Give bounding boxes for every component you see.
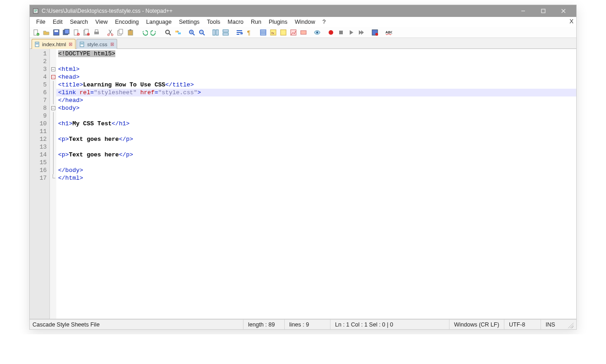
line-number[interactable]: 7 — [30, 96, 49, 104]
indent-guide-button[interactable] — [259, 28, 268, 37]
fold-marker[interactable]: − — [50, 104, 56, 112]
titlebar[interactable]: C:\Users\Julia\Desktop\css-test\style.cs… — [30, 5, 576, 17]
paste-button[interactable] — [126, 28, 135, 37]
word-wrap-button[interactable] — [235, 28, 244, 37]
print-button[interactable] — [92, 28, 101, 37]
new-file-button[interactable]: + — [32, 28, 41, 37]
mdi-close-button[interactable]: X — [569, 18, 574, 25]
menu-search[interactable]: Search — [66, 18, 92, 26]
menu-view[interactable]: View — [92, 18, 111, 26]
line-number[interactable]: 9 — [30, 112, 49, 120]
line-number[interactable]: 12 — [30, 135, 49, 143]
line-number[interactable]: 11 — [30, 128, 49, 135]
line-number[interactable]: 6 — [30, 89, 49, 96]
menu-file[interactable]: File — [32, 18, 49, 26]
menu-macro[interactable]: Macro — [224, 18, 247, 26]
line-number[interactable]: 16 — [30, 166, 49, 174]
code-line[interactable]: </body> — [56, 166, 576, 174]
func-list-button[interactable] — [299, 28, 308, 37]
svg-point-64 — [375, 33, 378, 36]
close-icon[interactable]: ⊠ — [69, 42, 72, 47]
find-button[interactable] — [163, 28, 173, 37]
code-line[interactable] — [56, 112, 576, 120]
fold-marker[interactable]: − — [50, 73, 56, 81]
close-button[interactable] — [553, 5, 574, 17]
token: Learning How To Use CSS — [83, 81, 165, 88]
line-number[interactable]: 8 — [30, 104, 49, 112]
line-number[interactable]: 15 — [30, 159, 49, 166]
code-line[interactable] — [56, 58, 576, 65]
stop-button[interactable] — [336, 28, 346, 37]
svg-rect-1 — [34, 10, 37, 10]
line-number[interactable]: 1 — [30, 50, 49, 58]
menu-window[interactable]: Window — [291, 18, 319, 26]
close-all-button[interactable] — [82, 28, 91, 37]
play-button[interactable] — [346, 28, 356, 37]
menu-edit[interactable]: Edit — [49, 18, 66, 26]
code-line[interactable]: <title>Learning How To Use CSS</title> — [56, 81, 576, 89]
open-file-button[interactable] — [42, 28, 51, 37]
code-line[interactable]: </head> — [56, 96, 576, 104]
record-button[interactable] — [326, 28, 335, 37]
user-lang-button[interactable]: fx — [269, 28, 278, 37]
undo-button[interactable] — [140, 28, 149, 37]
zoom-in-button[interactable] — [187, 28, 196, 37]
code-line[interactable] — [56, 143, 576, 151]
code-line[interactable]: <p>Text goes here</p> — [56, 151, 576, 159]
menu-tools[interactable]: Tools — [203, 18, 224, 26]
fold-marker[interactable]: − — [50, 65, 56, 73]
sync-v-button[interactable] — [211, 28, 220, 37]
doc-map-button[interactable] — [289, 28, 298, 37]
folder-button[interactable] — [279, 28, 288, 37]
play-multi-button[interactable] — [357, 28, 366, 37]
line-number[interactable]: 4 — [30, 73, 49, 81]
maximize-button[interactable] — [533, 5, 553, 17]
save-all-button[interactable] — [62, 28, 71, 37]
line-number[interactable]: 5 — [30, 81, 49, 89]
line-number[interactable]: 3 — [30, 65, 49, 73]
line-number[interactable]: 17 — [30, 174, 49, 182]
close-file-button[interactable]: x — [72, 28, 81, 37]
close-icon[interactable]: ⊠ — [110, 42, 114, 47]
svg-point-61 — [329, 30, 333, 35]
code-content[interactable]: <!DOCTYPE html5><html><head><title>Learn… — [56, 49, 576, 319]
spellcheck-button[interactable]: ABC — [384, 28, 393, 37]
tab-style-css[interactable]: style.css⊠ — [76, 39, 117, 49]
menu-plugins[interactable]: Plugins — [265, 18, 291, 26]
cut-button[interactable] — [106, 28, 115, 37]
tab-index-html[interactable]: index.html⊠ — [32, 39, 76, 49]
resize-grip-icon[interactable] — [566, 321, 574, 328]
menu-encoding[interactable]: Encoding — [111, 18, 142, 26]
code-line[interactable]: <p>Text goes here</p> — [56, 135, 576, 143]
svg-rect-14 — [65, 29, 69, 34]
code-line[interactable] — [56, 128, 576, 135]
sync-h-button[interactable] — [221, 28, 230, 37]
copy-button[interactable] — [116, 28, 125, 37]
pilcrow-button[interactable]: ¶ — [245, 28, 254, 37]
code-line[interactable]: <html> — [56, 65, 576, 73]
code-line[interactable]: <link rel="stylesheet" href="style.css"> — [56, 89, 576, 96]
line-number[interactable]: 10 — [30, 120, 49, 128]
code-line[interactable]: <body> — [56, 104, 576, 112]
redo-button[interactable] — [150, 28, 159, 37]
code-line[interactable] — [56, 159, 576, 166]
line-number[interactable]: 2 — [30, 58, 49, 65]
line-number-gutter[interactable]: 1234567891011121314151617 — [30, 49, 50, 319]
minimize-button[interactable] — [513, 5, 533, 17]
menu-[interactable]: ? — [319, 18, 329, 26]
menu-run[interactable]: Run — [247, 18, 265, 26]
zoom-out-button[interactable] — [197, 28, 206, 37]
code-line[interactable]: <head> — [56, 73, 576, 81]
line-number[interactable]: 14 — [30, 151, 49, 159]
line-number[interactable]: 13 — [30, 143, 49, 151]
menu-settings[interactable]: Settings — [175, 18, 203, 26]
monitor-button[interactable] — [313, 28, 322, 37]
code-line[interactable]: <h1>My CSS Test</h1> — [56, 120, 576, 128]
save-button[interactable] — [52, 28, 61, 37]
replace-button[interactable] — [173, 28, 183, 37]
menu-language[interactable]: Language — [142, 18, 175, 26]
code-line[interactable]: </html> — [56, 174, 576, 182]
code-line[interactable]: <!DOCTYPE html5> — [56, 50, 576, 58]
save-macro-button[interactable] — [370, 28, 379, 37]
fold-column[interactable]: −−− — [50, 49, 56, 319]
